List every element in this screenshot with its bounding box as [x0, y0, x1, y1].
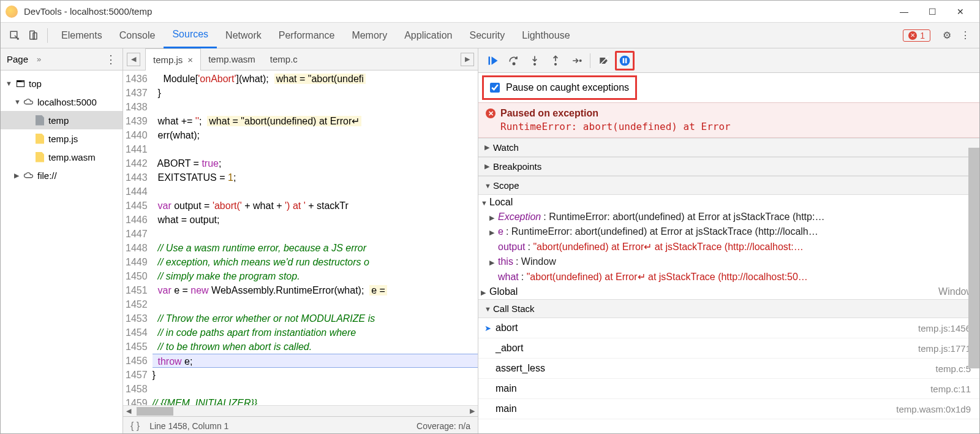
tree-file-tempjs[interactable]: temp.js	[1, 129, 123, 148]
tree-file-temp[interactable]: temp	[1, 111, 123, 129]
minimize-button[interactable]: —	[890, 2, 918, 21]
svg-point-9	[620, 55, 630, 66]
tree-file-tempwasm[interactable]: temp.wasm	[1, 148, 123, 166]
page-header: Page » ⋮	[1, 48, 123, 70]
kebab-icon[interactable]: ⋮	[956, 26, 974, 45]
debugger-panel: Pause on caught exceptions ✕Paused on ex…	[478, 48, 979, 434]
section-breakpoints[interactable]: ▶Breakpoints	[478, 157, 979, 176]
tab-elements[interactable]: Elements	[53, 23, 111, 48]
step-out-button[interactable]	[546, 51, 565, 70]
tab-memory[interactable]: Memory	[343, 23, 396, 48]
debugger-toolbar	[478, 48, 979, 73]
tab-application[interactable]: Application	[396, 23, 461, 48]
nav-back-icon[interactable]: ◀	[127, 53, 140, 66]
section-watch[interactable]: ▶Watch	[478, 138, 979, 157]
devtools-icon	[6, 6, 18, 18]
step-over-button[interactable]	[504, 51, 524, 70]
tree-file-scheme[interactable]: ▶file://	[1, 166, 123, 185]
close-button[interactable]: ✕	[946, 2, 974, 21]
more-icon[interactable]: ⋮	[105, 53, 116, 66]
callstack-frame[interactable]: maintemp.wasm:0x1d9	[478, 399, 979, 419]
tree-top[interactable]: ▼🗔top	[1, 74, 123, 93]
editor-panel: ◀ temp.js×temp.wasmtemp.c ▶ 143614371438…	[123, 48, 478, 434]
editor-tab[interactable]: temp.wasm	[201, 48, 263, 70]
nav-play-icon[interactable]: ▶	[461, 53, 474, 66]
tab-performance[interactable]: Performance	[270, 23, 344, 48]
callstack-body: ➤aborttemp.js:1456_aborttemp.js:1771asse…	[478, 318, 979, 419]
tab-lighthouse[interactable]: Lighthouse	[513, 23, 578, 48]
pause-exceptions-button[interactable]	[615, 51, 635, 70]
scrollbar[interactable]	[968, 148, 979, 368]
device-icon[interactable]	[24, 26, 42, 45]
error-count-pill[interactable]: ✕1	[903, 29, 930, 42]
pretty-print-icon[interactable]: { }	[130, 421, 140, 432]
devtools-tabs: ElementsConsoleSourcesNetworkPerformance…	[1, 23, 979, 48]
callstack-frame[interactable]: assert_lesstemp.c:5	[478, 359, 979, 379]
step-button[interactable]	[567, 51, 586, 70]
editor-hscroll[interactable]: ◀▶	[123, 405, 478, 416]
scope-var[interactable]: ▶e: RuntimeError: abort(undefined) at Er…	[478, 224, 979, 239]
scope-local[interactable]: ▼Local	[478, 195, 979, 210]
editor-tabs: ◀ temp.js×temp.wasmtemp.c ▶	[123, 48, 478, 70]
svg-rect-11	[625, 58, 627, 63]
scope-global[interactable]: ▶GlobalWindow	[478, 284, 979, 299]
close-tab-icon[interactable]: ×	[187, 55, 193, 65]
svg-point-4	[513, 63, 514, 64]
svg-rect-3	[489, 56, 491, 64]
scope-var[interactable]: what: "abort(undefined) at Error↵ at jsS…	[478, 269, 979, 284]
editor-statusbar: { } Line 1458, Column 1 Coverage: n/a	[123, 416, 478, 434]
cursor-position: Line 1458, Column 1	[149, 421, 228, 431]
callstack-frame[interactable]: _aborttemp.js:1771	[478, 338, 979, 359]
error-icon: ✕	[908, 31, 917, 40]
scope-var[interactable]: ▶this: Window	[478, 254, 979, 269]
pause-caught-checkbox-row[interactable]: Pause on caught exceptions	[482, 75, 637, 100]
window-title: DevTools - localhost:5000/temp	[24, 6, 890, 17]
svg-rect-10	[623, 58, 625, 63]
section-callstack[interactable]: ▼Call Stack	[478, 299, 979, 318]
pause-caught-checkbox[interactable]	[490, 83, 500, 93]
editor-tab[interactable]: temp.c	[263, 48, 305, 70]
coverage-label: Coverage: n/a	[417, 421, 470, 431]
scope-var[interactable]: ▶Exception: RuntimeError: abort(undefine…	[478, 210, 979, 224]
exception-icon: ✕	[486, 108, 496, 118]
exception-message: RuntimeError: abort(undefined) at Error	[486, 121, 972, 132]
tab-security[interactable]: Security	[461, 23, 513, 48]
scope-body: ▼Local ▶Exception: RuntimeError: abort(u…	[478, 195, 979, 299]
callstack-frame[interactable]: maintemp.c:11	[478, 379, 979, 399]
callstack-frame[interactable]: ➤aborttemp.js:1456	[478, 318, 979, 338]
svg-point-5	[533, 63, 536, 65]
navigator-panel: Page » ⋮ ▼🗔top ▼localhost:5000 temp temp…	[1, 48, 123, 434]
tab-sources[interactable]: Sources	[164, 23, 217, 48]
tab-network[interactable]: Network	[217, 23, 270, 48]
titlebar: DevTools - localhost:5000/temp — ☐ ✕	[1, 1, 979, 23]
svg-point-7	[579, 59, 582, 61]
section-scope[interactable]: ▼Scope	[478, 176, 979, 195]
separator	[47, 28, 48, 43]
scope-var[interactable]: output: "abort(undefined) at Error↵ at j…	[478, 239, 979, 254]
tree-host[interactable]: ▼localhost:5000	[1, 93, 123, 111]
resume-button[interactable]	[483, 51, 503, 70]
deactivate-breakpoints-button[interactable]	[594, 51, 614, 70]
maximize-button[interactable]: ☐	[918, 2, 946, 21]
svg-rect-1	[30, 31, 35, 39]
tab-console[interactable]: Console	[111, 23, 164, 48]
chevron-right-icon[interactable]: »	[37, 55, 41, 64]
inspect-icon[interactable]	[6, 26, 24, 45]
exception-banner: ✕Paused on exception RuntimeError: abort…	[478, 102, 979, 138]
step-into-button[interactable]	[525, 51, 545, 70]
editor-tab[interactable]: temp.js×	[145, 48, 201, 70]
svg-point-6	[554, 63, 557, 65]
file-tree: ▼🗔top ▼localhost:5000 temp temp.js temp.…	[1, 70, 123, 188]
code-editor[interactable]: 1436143714381439144014411442144314441445…	[123, 70, 478, 405]
gear-icon[interactable]: ⚙	[938, 26, 956, 45]
